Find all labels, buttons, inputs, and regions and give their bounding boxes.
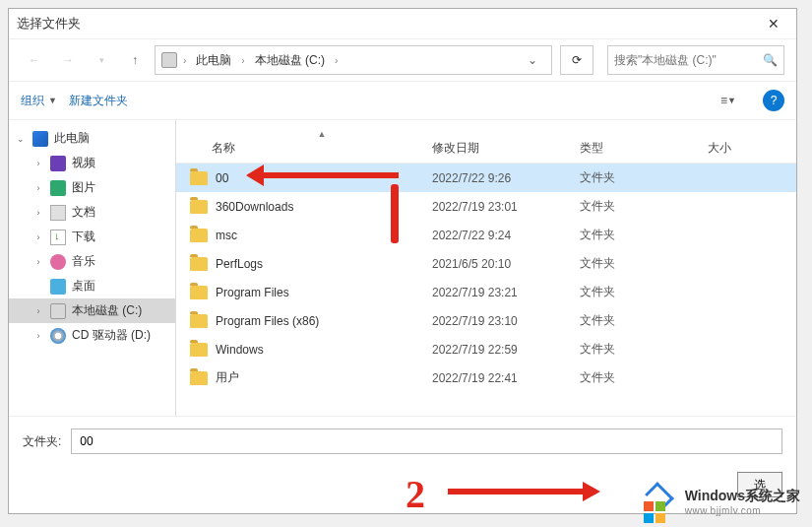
file-row[interactable]: 00 2022/7/22 9:26 文件夹: [176, 164, 796, 192]
pc-icon: [32, 131, 48, 147]
file-name: Program Files (x86): [216, 314, 432, 328]
folder-icon: [190, 314, 208, 328]
downloads-icon: [50, 230, 66, 245]
file-name: 00: [216, 171, 432, 185]
search-input[interactable]: [614, 53, 752, 67]
nav-tree: ⌄此电脑 ›视频 ›图片 ›文档 ›下载 ›音乐 桌面 ›本地磁盘 (C:) ›…: [9, 120, 176, 416]
annotation-bar: [391, 184, 399, 243]
file-row[interactable]: Program Files (x86) 2022/7/19 23:10 文件夹: [176, 306, 796, 335]
file-type: 文件夹: [580, 312, 708, 329]
file-date: 2022/7/19 23:01: [432, 200, 580, 214]
file-date: 2021/6/5 20:10: [432, 257, 580, 271]
recent-dropdown[interactable]: ▾: [88, 46, 115, 74]
file-type: 文件夹: [580, 255, 708, 272]
chevron-icon: ›: [183, 55, 186, 66]
help-button[interactable]: ?: [763, 90, 784, 111]
drive-icon: [161, 52, 177, 68]
file-name: msc: [216, 229, 432, 242]
annotation-arrow-2: [448, 481, 595, 502]
tree-item-music[interactable]: ›音乐: [9, 249, 175, 274]
music-icon: [50, 254, 66, 270]
up-button[interactable]: ↑: [121, 46, 149, 74]
search-box[interactable]: 🔍: [607, 45, 784, 75]
file-name: Program Files: [216, 286, 432, 299]
video-icon: [50, 156, 66, 171]
documents-icon: [50, 205, 66, 221]
file-row[interactable]: PerfLogs 2021/6/5 20:10 文件夹: [176, 249, 796, 278]
file-row[interactable]: Program Files 2022/7/19 23:21 文件夹: [176, 278, 796, 306]
col-size[interactable]: 大小: [708, 126, 786, 157]
toolbar: 组织▼ 新建文件夹 ≡ ▼ ?: [9, 81, 796, 120]
tree-item-drive-c[interactable]: ›本地磁盘 (C:): [9, 298, 175, 323]
col-type[interactable]: 类型: [580, 126, 708, 157]
folder-icon: [190, 286, 208, 299]
breadcrumb-pc[interactable]: 此电脑: [192, 50, 235, 71]
folder-label: 文件夹:: [23, 433, 61, 450]
titlebar: 选择文件夹 ✕: [9, 9, 796, 39]
file-date: 2022/7/19 23:10: [432, 314, 580, 328]
back-button[interactable]: ←: [21, 46, 48, 74]
drive-icon: [50, 303, 66, 319]
search-icon: 🔍: [763, 53, 778, 67]
file-name: 360Downloads: [216, 200, 432, 214]
address-dropdown[interactable]: ⌄: [520, 53, 545, 67]
tree-item-pictures[interactable]: ›图片: [9, 175, 175, 200]
file-row[interactable]: 用户 2022/7/19 22:41 文件夹: [176, 363, 796, 392]
watermark-text: Windows系统之家 www.bjjmlv.com: [685, 488, 800, 516]
column-headers: ▲名称 修改日期 类型 大小: [176, 120, 796, 164]
file-name: 用户: [216, 369, 432, 386]
folder-icon: [190, 257, 208, 271]
file-type: 文件夹: [580, 369, 708, 386]
folder-icon: [190, 200, 208, 214]
tree-item-downloads[interactable]: ›下载: [9, 225, 175, 249]
organize-menu[interactable]: 组织▼: [21, 93, 57, 109]
file-row[interactable]: Windows 2022/7/19 22:59 文件夹: [176, 335, 796, 363]
folder-icon: [190, 171, 208, 185]
refresh-button[interactable]: ⟳: [560, 45, 593, 75]
close-button[interactable]: ✕: [759, 16, 788, 32]
tree-item-documents[interactable]: ›文档: [9, 200, 175, 225]
file-type: 文件夹: [580, 169, 708, 186]
file-row[interactable]: 360Downloads 2022/7/19 23:01 文件夹: [176, 192, 796, 221]
cd-icon: [50, 328, 66, 344]
view-options-button[interactable]: ≡ ▼: [712, 88, 745, 113]
tree-item-cd-drive[interactable]: ›CD 驱动器 (D:): [9, 323, 175, 348]
file-rows: 00 2022/7/22 9:26 文件夹 360Downloads 2022/…: [176, 164, 796, 416]
file-type: 文件夹: [580, 341, 708, 358]
file-date: 2022/7/19 23:21: [432, 286, 580, 299]
chevron-icon: ›: [241, 55, 244, 66]
file-name: Windows: [216, 343, 432, 357]
file-date: 2022/7/22 9:24: [432, 229, 580, 242]
tree-item-videos[interactable]: ›视频: [9, 151, 175, 175]
window-title: 选择文件夹: [17, 15, 81, 33]
footer: 文件夹:: [9, 416, 796, 466]
forward-button[interactable]: →: [54, 46, 82, 74]
pictures-icon: [50, 180, 66, 196]
breadcrumb-drive[interactable]: 本地磁盘 (C:): [251, 50, 329, 71]
col-name[interactable]: ▲名称: [176, 126, 432, 157]
file-list: ▲名称 修改日期 类型 大小 00 2022/7/22 9:26 文件夹 360…: [176, 120, 796, 416]
folder-picker-dialog: 选择文件夹 ✕ ← → ▾ ↑ › 此电脑 › 本地磁盘 (C:) › ⌄ ⟳ …: [8, 8, 797, 514]
watermark-logo: [642, 484, 677, 519]
file-name: PerfLogs: [216, 257, 432, 271]
folder-name-input[interactable]: [71, 428, 782, 454]
tree-item-pc[interactable]: ⌄此电脑: [9, 126, 175, 151]
col-date[interactable]: 修改日期: [432, 126, 580, 157]
folder-icon: [190, 343, 208, 357]
file-date: 2022/7/22 9:26: [432, 171, 580, 185]
file-row[interactable]: msc 2022/7/22 9:24 文件夹: [176, 221, 796, 249]
file-date: 2022/7/19 22:59: [432, 343, 580, 357]
folder-icon: [190, 371, 208, 385]
file-date: 2022/7/19 22:41: [432, 371, 580, 385]
chevron-icon: ›: [335, 55, 338, 66]
address-bar[interactable]: › 此电脑 › 本地磁盘 (C:) › ⌄: [155, 45, 552, 75]
file-type: 文件夹: [580, 227, 708, 243]
desktop-icon: [50, 279, 66, 295]
file-type: 文件夹: [580, 198, 708, 215]
annotation-step-number: 2: [406, 471, 425, 517]
folder-icon: [190, 229, 208, 242]
tree-item-desktop[interactable]: 桌面: [9, 274, 175, 298]
file-type: 文件夹: [580, 284, 708, 300]
nav-row: ← → ▾ ↑ › 此电脑 › 本地磁盘 (C:) › ⌄ ⟳ 🔍: [9, 39, 796, 81]
new-folder-button[interactable]: 新建文件夹: [69, 93, 128, 109]
